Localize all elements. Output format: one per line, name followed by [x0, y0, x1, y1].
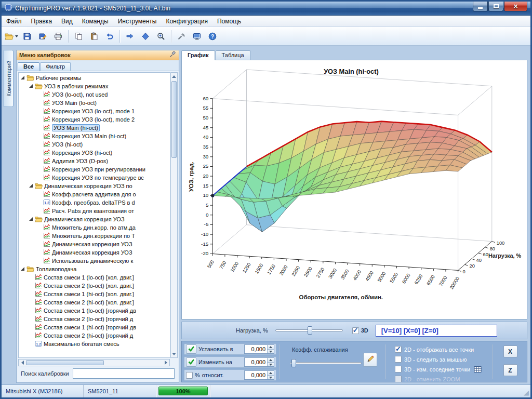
toolbar-zoom-button[interactable]: [154, 29, 168, 43]
toolbar-paste-button[interactable]: [87, 29, 101, 43]
option-checkbox-0[interactable]: [395, 346, 402, 353]
tree-item[interactable]: Состав смеси 1 (lo-oct) [хол. двиг.]: [19, 273, 170, 282]
tree-item[interactable]: Состав смеси 2 (lo-oct) [горячий д: [19, 315, 170, 323]
chart-area[interactable]: УОЗ Main (hi-oct)-20-15-10-5051015202530…: [181, 60, 527, 320]
change-value-apply-button[interactable]: [186, 357, 196, 367]
tree-item[interactable]: Использовать динамическую к: [19, 257, 170, 265]
change-value-spinner[interactable]: 0,000: [244, 357, 274, 367]
minimize-button[interactable]: [473, 2, 488, 11]
tree-item[interactable]: Динамическая коррекция УОЗ: [19, 215, 170, 223]
toolbar-save-as-button[interactable]: [35, 29, 50, 43]
expander-icon[interactable]: [29, 217, 33, 221]
tree-horizontal-scrollbar[interactable]: [18, 359, 170, 366]
spinner-arrows[interactable]: [267, 345, 274, 353]
tree-item[interactable]: Коррекция УОЗ (hi-oct): [19, 149, 170, 157]
maximize-button[interactable]: [488, 2, 503, 11]
calibration-search-input[interactable]: [73, 368, 175, 379]
toolbar-copy-button[interactable]: [71, 29, 86, 43]
menu-item-5[interactable]: Конфигурация: [161, 16, 212, 26]
option-checkbox-1[interactable]: [395, 356, 402, 363]
change-value-field[interactable]: 0,000: [251, 359, 265, 365]
tree-item[interactable]: УОЗ Main (hi-oct): [19, 124, 170, 132]
tab-comments[interactable]: Комментарий: [4, 50, 14, 107]
tree-item[interactable]: Динамическая коррекция УОЗ по: [19, 182, 170, 190]
tree-item[interactable]: Коррекция УОЗ (lo-oct), mode 2: [19, 115, 170, 124]
scroll-down-icon[interactable]: [171, 351, 177, 357]
toolbar-checksum-button[interactable]: [138, 29, 153, 43]
toolbar-device-button[interactable]: [190, 29, 204, 43]
set-value-apply-button[interactable]: [186, 344, 196, 354]
tree-item[interactable]: 1.2Максимально богатая смесь: [19, 340, 170, 348]
tree-item[interactable]: Рабочие режимы: [19, 74, 170, 82]
tree-item[interactable]: Расч. Pabs для квантования от: [19, 207, 170, 215]
expander-icon[interactable]: [21, 76, 24, 79]
tree-item[interactable]: Состав смеси 2 (hi-oct) [хол. двиг.]: [19, 298, 170, 307]
tree-item[interactable]: Состав смеси 1 (lo-oct) [горячий дв: [19, 307, 170, 315]
tree-item[interactable]: Коррекция УОЗ при регулировании: [19, 165, 170, 174]
3d-checkbox[interactable]: [352, 327, 359, 334]
tree-item[interactable]: Состав смеси 2 (hi-oct) [горячий д: [19, 331, 170, 340]
tree-vertical-scrollbar[interactable]: [170, 72, 178, 358]
spinner-arrows[interactable]: [267, 371, 274, 379]
tree-item[interactable]: Множитель дин.коррекции по Т: [19, 232, 170, 240]
tree-item[interactable]: Состав смеси 1 (hi-oct) [хол. двиг.]: [19, 290, 170, 298]
tree-item[interactable]: УОЗ (hi-oct): [19, 140, 170, 149]
menu-item-0[interactable]: Файл: [2, 16, 26, 26]
tree-item[interactable]: Коэфф.расчета аддитива для о: [19, 190, 170, 198]
tree-item[interactable]: Динамическая коррекция УОЗ: [19, 240, 170, 248]
toolbar-tools-button[interactable]: [174, 29, 189, 43]
tree-item[interactable]: Состав смеси 2 (lo-oct) [хол. двиг.]: [19, 282, 170, 290]
option-checkbox-3[interactable]: [395, 376, 402, 382]
edit-map-button[interactable]: [363, 353, 377, 367]
smoothing-slider[interactable]: [290, 358, 362, 368]
tree-item[interactable]: Коррекция УОЗ (lo-oct), mode 1: [19, 107, 170, 115]
tree-item[interactable]: 1.2Коэфф. преобраз. deltaTPS в d: [19, 198, 170, 207]
scroll-left-icon[interactable]: [19, 360, 25, 366]
slider-track[interactable]: [290, 362, 362, 364]
resize-grip[interactable]: ◢: [524, 389, 529, 396]
tree-item[interactable]: УОЗ (lo-oct), not used: [19, 90, 170, 99]
spinner-arrows[interactable]: [267, 358, 274, 366]
tree-item[interactable]: Аддитив УОЗ (D-pos): [19, 157, 170, 165]
toolbar-compare-button[interactable]: [123, 29, 137, 43]
option-checkbox-2[interactable]: [395, 366, 402, 373]
tree-item[interactable]: Динамическая коррекция УОЗ: [19, 248, 170, 257]
load-slider[interactable]: [275, 326, 343, 335]
tree-item[interactable]: УОЗ Main (lo-oct): [19, 99, 170, 107]
tree-item[interactable]: Множитель дин.корр. по атм.да: [19, 223, 170, 232]
menu-item-1[interactable]: Правка: [26, 16, 57, 26]
relative-field[interactable]: 0,000: [251, 372, 265, 378]
set-value-field[interactable]: 0,000: [251, 346, 265, 352]
scroll-thumb[interactable]: [26, 360, 104, 365]
slider-thumb[interactable]: [308, 326, 312, 335]
tree-item[interactable]: Коррекция УОЗ Main (hi-oct): [19, 132, 170, 140]
main-tab-0[interactable]: График: [181, 50, 215, 60]
expander-icon[interactable]: [21, 267, 24, 271]
axis-button-x[interactable]: X: [503, 345, 517, 357]
toolbar-undo-button[interactable]: [102, 29, 117, 43]
menu-item-4[interactable]: Инструменты: [113, 16, 162, 26]
toolbar-print-button[interactable]: [51, 29, 65, 43]
scroll-thumb[interactable]: [171, 81, 177, 158]
slider-thumb[interactable]: [291, 359, 296, 367]
percent-checkbox[interactable]: [186, 372, 193, 379]
calibration-tab-1[interactable]: Фильтр: [40, 62, 71, 71]
set-value-spinner[interactable]: 0,000: [244, 344, 274, 354]
menu-item-2[interactable]: Вид: [57, 16, 77, 26]
tree-item[interactable]: УОЗ в рабочих режимах: [19, 82, 170, 90]
tree-item[interactable]: Топливоподача: [19, 265, 170, 273]
scroll-right-icon[interactable]: [163, 360, 169, 366]
expander-icon[interactable]: [29, 84, 33, 88]
close-button[interactable]: ×: [504, 2, 527, 11]
menu-item-6[interactable]: Помощь: [212, 16, 246, 26]
axis-button-z[interactable]: Z: [503, 364, 517, 376]
toolbar-save-button[interactable]: [20, 29, 34, 43]
tree-item[interactable]: Состав смеси 1 (hi-oct) [горячий дв: [19, 323, 170, 331]
pin-icon[interactable]: [169, 51, 176, 59]
toolbar-open-button[interactable]: [4, 29, 19, 43]
tree-item[interactable]: Коррекция УОЗ по температуре вс: [19, 174, 170, 182]
toolbar-help-button[interactable]: ?: [205, 29, 220, 43]
main-tab-1[interactable]: Таблица: [216, 50, 250, 60]
calibration-tab-0[interactable]: Все: [18, 62, 39, 71]
menu-item-3[interactable]: Команды: [77, 16, 113, 26]
